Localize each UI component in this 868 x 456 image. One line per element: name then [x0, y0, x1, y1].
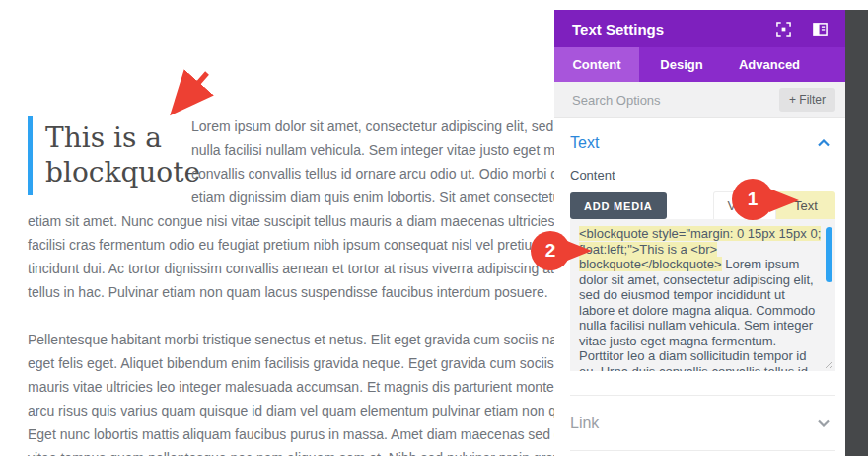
- section-divider: [570, 450, 835, 451]
- panel-title: Text Settings: [572, 21, 664, 38]
- chevron-up-icon[interactable]: [818, 139, 830, 147]
- content-code-editor[interactable]: <blockquote style="margin: 0 15px 15px 0…: [570, 219, 835, 371]
- editor-scrollbar[interactable]: [826, 227, 832, 282]
- editor-body-text: Lorem ipsum dolor sit amet, consectetur …: [579, 257, 815, 371]
- text-settings-panel: Text Settings Content De: [554, 10, 845, 456]
- chevron-down-icon[interactable]: [818, 419, 830, 427]
- annotation-step-2-number: 2: [531, 231, 570, 270]
- tab-design[interactable]: Design: [639, 47, 724, 82]
- text-section-header[interactable]: Text: [570, 134, 835, 152]
- text-section-title: Text: [570, 134, 599, 152]
- link-section-header[interactable]: Link: [570, 396, 835, 450]
- link-section-title: Link: [570, 415, 599, 432]
- tab-advanced[interactable]: Advanced: [724, 47, 815, 82]
- annotation-step-1: 1: [732, 179, 803, 222]
- panel-header-icons: [776, 22, 828, 37]
- blockquote: This is a blockquote: [28, 116, 178, 195]
- split-view-icon[interactable]: [813, 22, 828, 37]
- resize-handle-icon[interactable]: [825, 360, 833, 369]
- search-row: + Filter: [554, 82, 845, 118]
- annotation-arrow-icon: [162, 63, 217, 120]
- search-options-input[interactable]: [572, 93, 779, 108]
- focus-icon[interactable]: [776, 22, 791, 37]
- text-section: Text Content ADD MEDIA Visual Text <bloc…: [554, 118, 845, 451]
- tab-content[interactable]: Content: [554, 47, 639, 82]
- panel-tab-bar: Content Design Advanced: [554, 47, 845, 82]
- annotation-step-1-number: 1: [732, 179, 773, 220]
- add-media-button[interactable]: ADD MEDIA: [570, 192, 667, 219]
- background-edge: [845, 10, 868, 456]
- annotation-step-2: 2: [531, 231, 594, 272]
- page: This is a blockquoteLorem ipsum dolor si…: [0, 0, 868, 456]
- panel-header: Text Settings: [554, 10, 845, 47]
- filter-button[interactable]: + Filter: [779, 88, 835, 112]
- balloon-tail: [769, 189, 799, 212]
